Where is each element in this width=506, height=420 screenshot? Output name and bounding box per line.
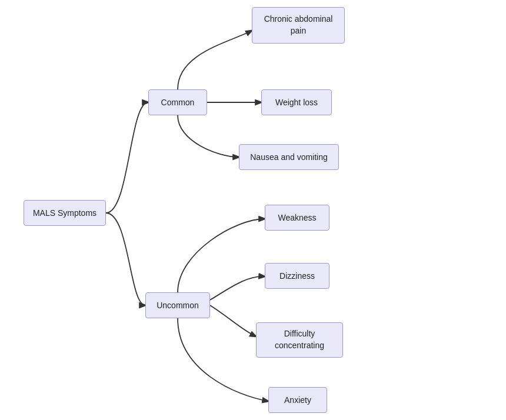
node-nausea: Nausea and vomiting [239,144,339,170]
node-chronic: Chronic abdominal pain [252,7,345,44]
node-weight: Weight loss [261,89,332,115]
node-root: MALS Symptoms [24,200,106,226]
node-weakness: Weakness [265,205,329,231]
node-anxiety: Anxiety [268,387,327,413]
node-difficulty: Difficulty concentrating [256,322,343,358]
node-common: Common [148,89,207,115]
diagram-container: MALS Symptoms Common Uncommon Chronic ab… [0,0,506,420]
node-uncommon: Uncommon [145,292,210,318]
node-dizziness: Dizziness [265,263,329,289]
